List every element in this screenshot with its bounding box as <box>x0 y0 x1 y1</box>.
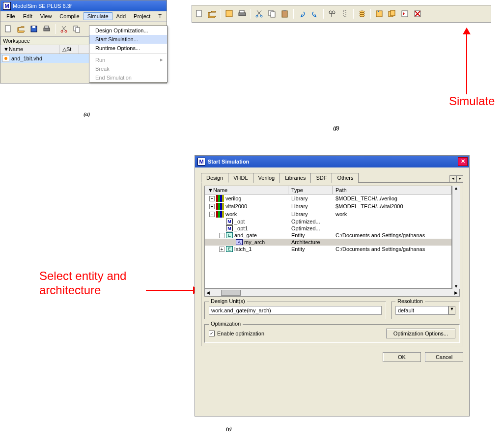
tree-row[interactable]: M_opt1Optimized... <box>205 225 451 232</box>
tab-scroll-left[interactable]: ◂ <box>449 175 456 182</box>
ok-button[interactable]: OK <box>383 352 421 362</box>
modelsim-main-window: M ModelSim SE PLUS 6.3f File Edit View C… <box>0 0 167 83</box>
tree-col-name[interactable]: Name <box>213 187 227 193</box>
tree-item-name: work <box>225 211 237 217</box>
tree-item-type: Library <box>289 211 334 217</box>
tree-item-type: Optimized... <box>289 219 334 224</box>
optimized-icon: M <box>226 225 233 231</box>
paste-icon[interactable] <box>279 8 291 19</box>
tab-design[interactable]: Design <box>201 173 228 183</box>
cut-icon[interactable] <box>253 8 265 19</box>
print-icon[interactable] <box>41 24 53 34</box>
tree-item-path: work <box>334 211 451 217</box>
undo-icon[interactable] <box>296 8 308 19</box>
design-units-group: Design Unit(s) <box>204 302 386 319</box>
new-icon[interactable] <box>2 24 14 34</box>
copy-icon[interactable] <box>266 8 278 19</box>
tab-scroll-right[interactable]: ▸ <box>456 175 463 182</box>
tree-item-path: $MODEL_TECH/../vital2000 <box>334 203 451 209</box>
tree-row[interactable]: +verilogLibrary$MODEL_TECH/../verilog <box>205 194 451 202</box>
expander-icon[interactable]: - <box>209 212 215 217</box>
svg-rect-4 <box>45 26 49 28</box>
col-status-header[interactable]: △St <box>59 45 79 54</box>
menu-add[interactable]: Add <box>112 12 130 20</box>
app-icon: M <box>3 2 11 10</box>
redo-icon[interactable] <box>309 8 321 19</box>
tab-verilog[interactable]: Verilog <box>253 173 280 183</box>
cut-icon[interactable] <box>58 24 70 34</box>
design-units-input[interactable] <box>209 306 382 315</box>
open-icon[interactable] <box>15 24 27 34</box>
architecture-icon: A <box>236 239 243 245</box>
tab-vhdl[interactable]: VHDL <box>228 173 253 183</box>
tree-col-path[interactable]: Path <box>333 186 451 194</box>
annotation-simulate: Simulate <box>449 94 495 108</box>
expander-icon[interactable]: + <box>219 247 224 252</box>
simulate-icon[interactable] <box>399 8 411 19</box>
compile-icon[interactable] <box>373 8 385 19</box>
expander-icon[interactable]: + <box>209 196 215 201</box>
break-icon[interactable] <box>412 8 423 19</box>
expander-icon[interactable]: + <box>209 204 215 209</box>
print-icon[interactable] <box>236 8 248 19</box>
optimized-icon: M <box>226 219 233 224</box>
menu-start-simulation[interactable]: Start Simulation... <box>89 35 167 44</box>
entity-icon: E <box>226 246 233 252</box>
save-icon[interactable] <box>28 24 40 34</box>
tab-others[interactable]: Others <box>332 173 359 183</box>
menu-simulate[interactable]: Simulate <box>84 12 112 20</box>
save-icon[interactable] <box>224 8 235 19</box>
svg-rect-14 <box>240 10 244 13</box>
dialog-titlebar: M Start Simulation ✕ <box>195 156 469 167</box>
tree-item-type: Entity <box>289 232 334 238</box>
tree-row[interactable]: -Eand_gateEntityC:/Documents and Setting… <box>205 232 451 239</box>
tree-row[interactable]: -workLibrarywork <box>205 210 451 218</box>
tab-libraries[interactable]: Libraries <box>280 173 311 183</box>
optimization-options-button[interactable]: Optimization Options... <box>386 329 455 338</box>
new-icon[interactable] <box>194 8 205 19</box>
menu-run[interactable]: Run▸ <box>89 55 167 64</box>
tree-col-type[interactable]: Type <box>288 186 333 194</box>
menu-end-simulation[interactable]: End Simulation <box>89 73 167 82</box>
marker-icon[interactable] <box>339 8 351 19</box>
tree-item-path: C:/Documents and Settings/gathanas <box>334 232 451 238</box>
tree-row[interactable]: Amy_archArchitecture <box>205 239 451 246</box>
close-button[interactable]: ✕ <box>458 157 468 166</box>
tree-item-name: my_arch <box>244 239 265 245</box>
file-name: and_1bit.vhd <box>11 56 42 61</box>
menu-view[interactable]: View <box>36 12 56 20</box>
menu-break[interactable]: Break <box>89 64 167 73</box>
find-icon[interactable] <box>326 8 338 19</box>
resolution-select[interactable] <box>395 306 448 315</box>
tree-item-name: and_gate <box>234 232 257 238</box>
tree-row[interactable]: M_optOptimized... <box>205 218 451 225</box>
menu-project[interactable]: Project <box>130 12 154 20</box>
menu-design-optimization[interactable]: Design Optimization... <box>89 26 167 35</box>
tree-row[interactable]: +vital2000Library$MODEL_TECH/../vital200… <box>205 202 451 210</box>
menu-file[interactable]: File <box>2 12 19 20</box>
caption-gamma: (γ) <box>226 425 232 431</box>
stack-icon[interactable] <box>356 8 368 19</box>
resolution-group: Resolution ▼ <box>391 302 460 319</box>
svg-rect-30 <box>391 10 395 16</box>
arrow-right-icon <box>146 290 195 291</box>
compile-all-icon[interactable] <box>386 8 398 19</box>
menu-runtime-options[interactable]: Runtime Options... <box>89 44 167 53</box>
tree-vscrollbar[interactable]: ▲ ▼ <box>452 186 460 289</box>
menu-compile[interactable]: Compile <box>56 12 83 20</box>
tab-sdf[interactable]: SDF <box>310 173 332 183</box>
col-name-header[interactable]: ▼Name <box>0 45 59 54</box>
enable-optimization-checkbox[interactable]: ✓ <box>209 331 215 336</box>
tree-hscrollbar[interactable]: ◀▶ <box>204 289 460 297</box>
tree-row[interactable]: +Elatch_1EntityC:/Documents and Settings… <box>205 246 451 252</box>
open-icon[interactable] <box>206 8 218 19</box>
cancel-button[interactable]: Cancel <box>425 352 463 362</box>
menu-edit[interactable]: Edit <box>19 12 36 20</box>
window-title: ModelSim SE PLUS 6.3f <box>13 3 72 9</box>
expander-icon[interactable]: - <box>219 233 224 238</box>
copy-icon[interactable] <box>71 24 83 34</box>
dialog-icon: M <box>197 158 205 166</box>
resolution-dropdown-button[interactable]: ▼ <box>448 306 455 315</box>
caption-beta: (β) <box>333 125 339 131</box>
tree-item-name: vital2000 <box>225 203 247 209</box>
